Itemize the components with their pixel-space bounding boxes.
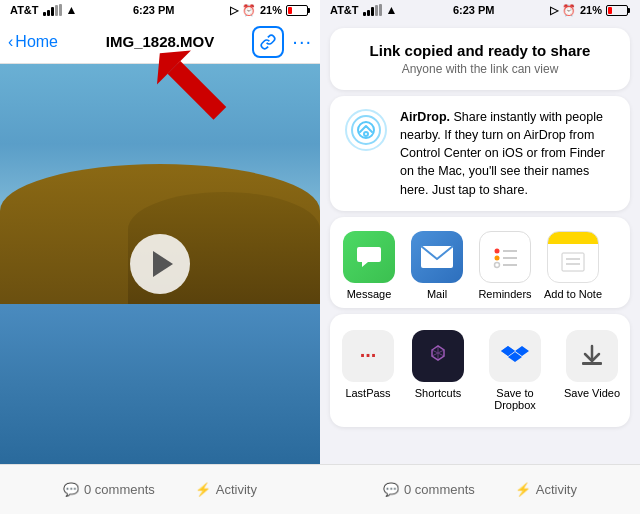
- right-time: 6:23 PM: [453, 4, 495, 16]
- airdrop-icon: [344, 108, 388, 152]
- right-battery-tip: [628, 8, 630, 13]
- left-time: 6:23 PM: [133, 4, 175, 16]
- back-button[interactable]: ‹ Home: [8, 33, 58, 51]
- lastpass-label: LastPass: [345, 387, 390, 399]
- mail-app[interactable]: Mail: [406, 231, 468, 300]
- right-battery-fill: [608, 7, 612, 14]
- right-comments-icon: 💬: [383, 482, 399, 497]
- back-label: Home: [15, 33, 58, 51]
- shortcuts-label: Shortcuts: [415, 387, 461, 399]
- app-icons-row: Message Mail: [330, 217, 630, 308]
- bar1: [43, 12, 46, 16]
- left-status-bar: AT&T ▲ 6:23 PM ▷ ⏰ 21%: [0, 0, 320, 20]
- comments-icon: 💬: [63, 482, 79, 497]
- dropbox-icon: [489, 330, 541, 382]
- water: [0, 304, 320, 464]
- reminders-app[interactable]: Reminders: [474, 231, 536, 300]
- svg-point-10: [495, 255, 500, 260]
- notes-label: Add to Note: [544, 288, 602, 300]
- carrier-label: AT&T: [10, 4, 39, 16]
- actions-row: ··· LastPass Shortcuts: [330, 314, 630, 427]
- right-battery-percent: 21%: [580, 4, 602, 16]
- airdrop-section[interactable]: AirDrop. Share instantly with people nea…: [330, 96, 630, 211]
- mail-label: Mail: [427, 288, 447, 300]
- left-panel: AT&T ▲ 6:23 PM ▷ ⏰ 21% ‹: [0, 0, 320, 514]
- chevron-left-icon: ‹: [8, 33, 13, 51]
- right-status-right: ▷ ⏰ 21%: [550, 4, 630, 17]
- right-panel: AT&T ▲ 6:23 PM ▷ ⏰ 21%: [320, 0, 640, 514]
- message-app[interactable]: Message: [338, 231, 400, 300]
- more-button[interactable]: ···: [292, 30, 312, 53]
- right-signal-bars: [363, 4, 382, 16]
- share-sheet: Link copied and ready to share Anyone wi…: [320, 20, 640, 464]
- shortcuts-icon: [412, 330, 464, 382]
- lastpass-action[interactable]: ··· LastPass: [334, 324, 402, 417]
- airdrop-name: AirDrop.: [400, 110, 450, 124]
- link-button[interactable]: [252, 26, 284, 58]
- lastpass-icon: ···: [342, 330, 394, 382]
- right-location-icon: ▷: [550, 4, 558, 17]
- right-status-left: AT&T ▲: [330, 3, 397, 17]
- comments-item[interactable]: 💬 0 comments: [63, 482, 155, 497]
- right-activity-label: Activity: [536, 482, 577, 497]
- savevideo-icon: [566, 330, 618, 382]
- svg-point-12: [495, 262, 500, 267]
- location-icon: ▷: [230, 4, 238, 17]
- right-status-bar: AT&T ▲ 6:23 PM ▷ ⏰ 21%: [320, 0, 640, 20]
- notes-icon: [547, 231, 599, 283]
- bar3: [51, 7, 54, 16]
- notes-app[interactable]: Add to Note: [542, 231, 604, 300]
- reminders-label: Reminders: [478, 288, 531, 300]
- mail-icon: [411, 231, 463, 283]
- bar4: [55, 5, 58, 16]
- message-label: Message: [347, 288, 392, 300]
- airdrop-description: AirDrop. Share instantly with people nea…: [400, 108, 616, 199]
- signal-bars: [43, 4, 62, 16]
- right-battery-icon: [606, 5, 630, 16]
- right-battery-body: [606, 5, 628, 16]
- activity-label: Activity: [216, 482, 257, 497]
- dropbox-action[interactable]: Save to Dropbox: [474, 324, 556, 417]
- right-comments-label: 0 comments: [404, 482, 475, 497]
- right-comments-item[interactable]: 💬 0 comments: [383, 482, 475, 497]
- bar5: [59, 4, 62, 16]
- reminders-icon: [479, 231, 531, 283]
- svg-point-8: [495, 248, 500, 253]
- comments-label: 0 comments: [84, 482, 155, 497]
- battery-fill: [288, 7, 292, 14]
- left-status-right: ▷ ⏰ 21%: [230, 4, 310, 17]
- right-alarm-icon: ⏰: [562, 4, 576, 17]
- right-wifi-icon: ▲: [386, 3, 398, 17]
- svg-point-6: [364, 132, 368, 136]
- right-carrier: AT&T: [330, 4, 359, 16]
- bar2: [47, 10, 50, 16]
- activity-icon: ⚡: [195, 482, 211, 497]
- right-bottom-bar: 💬 0 comments ⚡ Activity: [320, 464, 640, 514]
- savevideo-label: Save Video: [564, 387, 620, 399]
- link-copied-banner: Link copied and ready to share Anyone wi…: [330, 28, 630, 90]
- nav-title: IMG_1828.MOV: [106, 33, 214, 50]
- video-area[interactable]: [0, 64, 320, 464]
- link-copied-title: Link copied and ready to share: [346, 42, 614, 59]
- battery-body: [286, 5, 308, 16]
- battery-icon: [286, 5, 310, 16]
- svg-point-4: [352, 116, 380, 144]
- activity-item[interactable]: ⚡ Activity: [195, 482, 257, 497]
- wifi-icon: ▲: [66, 3, 78, 17]
- svg-rect-14: [562, 253, 584, 271]
- right-activity-item[interactable]: ⚡ Activity: [515, 482, 577, 497]
- message-icon: [343, 231, 395, 283]
- link-copied-subtitle: Anyone with the link can view: [346, 62, 614, 76]
- svg-rect-20: [582, 362, 602, 365]
- savevideo-action[interactable]: Save Video: [558, 324, 626, 417]
- left-nav-bar: ‹ Home IMG_1828.MOV ···: [0, 20, 320, 64]
- play-button[interactable]: [130, 234, 190, 294]
- battery-tip: [308, 8, 310, 13]
- alarm-icon: ⏰: [242, 4, 256, 17]
- battery-percent: 21%: [260, 4, 282, 16]
- left-status-left: AT&T ▲: [10, 3, 77, 17]
- nav-actions: ···: [252, 26, 312, 58]
- dropbox-label: Save to Dropbox: [478, 387, 552, 411]
- play-triangle-icon: [153, 251, 173, 277]
- shortcuts-action[interactable]: Shortcuts: [404, 324, 472, 417]
